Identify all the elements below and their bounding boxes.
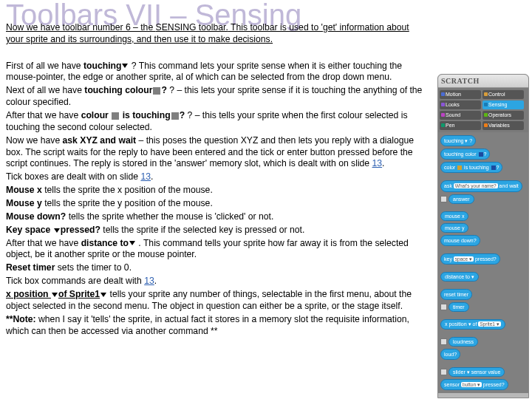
block-answer[interactable]: answer: [449, 194, 474, 204]
slide-link-13[interactable]: 13: [144, 276, 154, 286]
block-touching[interactable]: touching ▾ ?: [440, 135, 476, 146]
block-mousex[interactable]: mouse x: [440, 211, 468, 221]
block-loudness[interactable]: loudness: [449, 337, 478, 347]
block-mousey[interactable]: mouse y: [440, 223, 468, 233]
dropdown-icon: [129, 241, 135, 245]
scratch-palette: SCRATCH Motion Control Looks Sensing Sou…: [437, 74, 529, 398]
palette-header: SCRATCH: [438, 75, 528, 88]
cat-looks[interactable]: Looks: [440, 100, 481, 109]
color-swatch: [171, 112, 179, 120]
block-sensor-pressed[interactable]: sensor button ▾ pressed?: [440, 379, 508, 391]
cat-control[interactable]: Control: [482, 90, 524, 99]
slide-link-13[interactable]: 13: [372, 158, 383, 168]
block-key-pressed[interactable]: key space ▾ pressed?: [440, 253, 500, 265]
cat-pen[interactable]: Pen: [440, 121, 481, 130]
block-timer[interactable]: timer: [449, 302, 469, 312]
cat-operators[interactable]: Operators: [482, 111, 524, 120]
scratch-logo: SCRATCH: [441, 77, 480, 85]
checkbox-icon[interactable]: [440, 338, 447, 345]
dropdown-icon: [122, 64, 128, 68]
block-ask[interactable]: ask What's your name? and wait: [440, 180, 522, 192]
checkbox-icon[interactable]: [440, 304, 447, 310]
body-text: Now we have toolbar number 6 – the SENSI…: [6, 22, 427, 338]
checkbox-icon[interactable]: [440, 196, 447, 202]
block-color-touching[interactable]: color is touching ?: [440, 162, 502, 173]
block-of-sprite[interactable]: x position ▾ of Sprite1 ▾: [440, 319, 505, 330]
block-sensor-value[interactable]: slider ▾ sensor value: [449, 367, 505, 377]
color-swatch: [112, 112, 119, 120]
blocks-list: touching ▾ ? touching color ? color is t…: [438, 132, 528, 393]
block-touching-color[interactable]: touching color ?: [440, 149, 490, 160]
color-swatch: [153, 87, 160, 95]
slide-link-13[interactable]: 13: [140, 171, 151, 182]
block-distance[interactable]: distance to ▾: [440, 272, 479, 282]
cat-variables[interactable]: Variables: [482, 121, 524, 130]
cat-sensing[interactable]: Sensing: [482, 100, 524, 109]
cat-motion[interactable]: Motion: [440, 90, 481, 99]
category-grid: Motion Control Looks Sensing Sound Opera…: [438, 88, 528, 132]
block-loud[interactable]: loud?: [440, 349, 460, 360]
dropdown-icon: [52, 293, 58, 297]
block-reset-timer[interactable]: reset timer: [440, 289, 472, 300]
dropdown-icon: [54, 228, 60, 233]
checkbox-icon[interactable]: [440, 369, 447, 375]
dropdown-icon: [100, 293, 106, 297]
block-mousedown[interactable]: mouse down?: [440, 235, 480, 246]
cat-sound[interactable]: Sound: [440, 111, 481, 120]
